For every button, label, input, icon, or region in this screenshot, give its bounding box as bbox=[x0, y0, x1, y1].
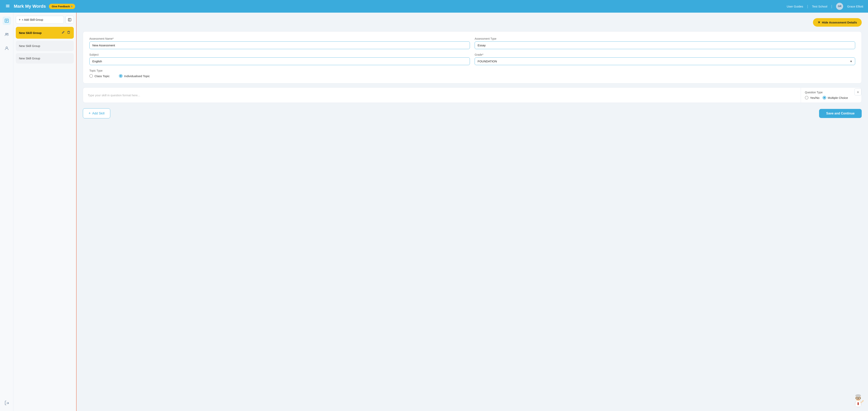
assessment-details-card: Assessment Name* Assessment Type Subject… bbox=[83, 31, 862, 84]
question-type-label: Question Type bbox=[805, 91, 848, 94]
sidebar-toggle[interactable] bbox=[5, 3, 11, 10]
sidebar-item-groups[interactable] bbox=[3, 30, 11, 39]
class-topic-label: Class Topic bbox=[94, 74, 110, 78]
feedback-button[interactable]: Give Feedback bbox=[49, 4, 75, 9]
add-skill-label: Add Skill bbox=[92, 112, 104, 115]
skill-group-label-3: New Skill Group bbox=[19, 57, 40, 60]
svg-point-9 bbox=[6, 47, 7, 48]
skill-group-delete-button[interactable] bbox=[67, 30, 71, 35]
app-title: Mark My Words bbox=[14, 4, 46, 9]
class-topic-option[interactable]: Class Topic bbox=[89, 74, 110, 78]
svg-rect-11 bbox=[68, 18, 71, 21]
svg-rect-1 bbox=[6, 6, 9, 6]
add-skill-group-icon: + bbox=[19, 18, 21, 22]
yes-no-radio[interactable] bbox=[805, 96, 808, 99]
skill-input-card: Type your skill in question format here.… bbox=[83, 87, 862, 103]
save-continue-button[interactable]: Save and Continue bbox=[819, 109, 862, 118]
header-divider-2: | bbox=[831, 4, 832, 8]
add-skill-plus-icon: + bbox=[89, 111, 91, 116]
grade-select[interactable]: FOUNDATION YEAR 1 YEAR 2 YEAR 3 YEAR 4 Y… bbox=[475, 57, 855, 65]
svg-rect-0 bbox=[6, 5, 9, 5]
user-guides-link[interactable]: User Guides bbox=[787, 5, 803, 8]
feedback-label: Give Feedback bbox=[52, 5, 70, 8]
user-name: Grace Elliott bbox=[847, 5, 863, 8]
skill-group-label-1: New Skill Group bbox=[19, 31, 42, 34]
sidebar-item-document[interactable] bbox=[3, 17, 11, 25]
skill-collapse-icon: ∧ bbox=[857, 90, 859, 94]
avatar: GR bbox=[836, 3, 843, 10]
subject-label: Subject bbox=[89, 53, 470, 56]
skill-group-item-2[interactable]: New Skill Group bbox=[16, 41, 74, 51]
grade-label: Grade* bbox=[475, 53, 855, 56]
yes-no-label: Yes/No bbox=[810, 96, 819, 99]
hide-assessment-details-button[interactable]: ✕ Hide Assessment Details bbox=[813, 18, 862, 27]
skill-groups-panel: + + Add Skill Group New Skill Group bbox=[13, 12, 76, 411]
add-skill-button[interactable]: + Add Skill bbox=[83, 108, 110, 118]
header-divider-1: | bbox=[807, 4, 808, 8]
multiple-choice-radio[interactable] bbox=[823, 96, 826, 99]
individualised-topic-label: Individualised Topic bbox=[124, 74, 150, 78]
sidebar-item-person[interactable] bbox=[3, 44, 11, 53]
skill-collapse-button[interactable]: ∧ bbox=[855, 88, 862, 95]
assessment-name-input[interactable] bbox=[89, 41, 470, 49]
add-skill-group-button[interactable]: + + Add Skill Group bbox=[16, 16, 64, 24]
hide-details-close-icon: ✕ bbox=[818, 21, 820, 24]
subject-input[interactable] bbox=[89, 57, 470, 65]
svg-point-7 bbox=[5, 33, 7, 34]
sidebar-item-logout[interactable] bbox=[3, 399, 11, 407]
individualised-topic-option[interactable]: Individualised Topic bbox=[119, 74, 150, 78]
add-skill-group-label: + Add Skill Group bbox=[22, 18, 43, 21]
collapse-panel-button[interactable] bbox=[65, 16, 74, 24]
icon-sidebar bbox=[0, 12, 13, 411]
svg-point-8 bbox=[7, 33, 8, 34]
save-continue-label: Save and Continue bbox=[826, 112, 855, 115]
main-content: ✕ Hide Assessment Details Assessment Nam… bbox=[76, 12, 868, 411]
skill-right-panel: Question Type Yes/No Multiple Choice bbox=[801, 88, 852, 103]
skill-group-edit-button[interactable] bbox=[61, 30, 65, 35]
skill-group-item-3[interactable]: New Skill Group bbox=[16, 53, 74, 64]
svg-rect-2 bbox=[6, 7, 9, 7]
skill-group-item-active[interactable]: New Skill Group bbox=[16, 27, 74, 39]
assessment-name-label: Assessment Name* bbox=[89, 37, 470, 40]
assessment-type-input[interactable] bbox=[475, 41, 855, 49]
skill-group-label-2: New Skill Group bbox=[19, 44, 40, 48]
multiple-choice-label: Multiple Choice bbox=[828, 96, 848, 99]
app-header: Mark My Words Give Feedback User Guides … bbox=[0, 0, 868, 12]
school-name: Test School bbox=[812, 5, 827, 8]
hide-details-label: Hide Assessment Details bbox=[822, 21, 857, 24]
individualised-topic-radio[interactable] bbox=[119, 74, 123, 78]
class-topic-radio[interactable] bbox=[89, 74, 93, 78]
skill-input-area[interactable]: Type your skill in question format here.… bbox=[83, 88, 801, 103]
yes-no-option[interactable]: Yes/No bbox=[805, 96, 819, 99]
feedback-dot-icon bbox=[71, 6, 72, 7]
multiple-choice-option[interactable]: Multiple Choice bbox=[823, 96, 848, 99]
assessment-type-label: Assessment Type bbox=[475, 37, 855, 40]
skill-input-placeholder: Type your skill in question format here.… bbox=[88, 94, 140, 97]
topic-type-label: Topic Type bbox=[89, 69, 855, 72]
